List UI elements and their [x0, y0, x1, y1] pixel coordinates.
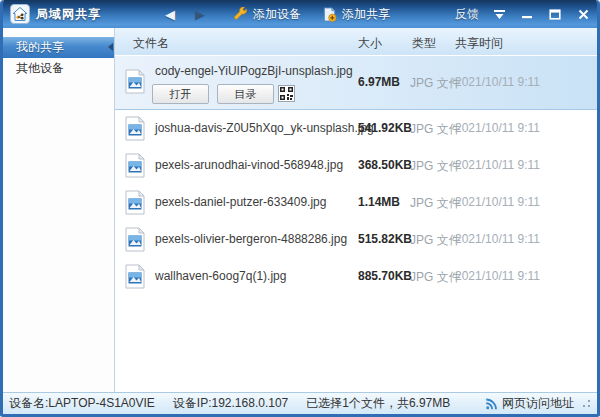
table-header: 文件名 大小 类型 共享时间 [115, 28, 597, 56]
file-name: pexels-arunodhai-vinod-568948.jpg [155, 158, 343, 172]
maximize-button[interactable] [547, 7, 563, 21]
titlebar: 局域网共享 ◀ ▶ 添加设备 添加共享 反馈 [3, 0, 597, 28]
file-type: JPG 文件 [410, 269, 461, 286]
selection-summary: 已选择1个文件，共6.97MB [306, 395, 450, 412]
image-file-icon [125, 116, 145, 141]
image-file-icon [125, 190, 145, 215]
device-ip: 设备IP:192.168.0.107 [173, 395, 288, 412]
selected-notch-icon [108, 43, 113, 51]
qr-code-icon [280, 87, 293, 100]
add-share-button[interactable]: 添加共享 [323, 6, 390, 23]
file-share-time: 2021/10/11 9:11 [455, 121, 540, 135]
app-window: 局域网共享 ◀ ▶ 添加设备 添加共享 反馈 [0, 0, 600, 417]
file-name: pexels-daniel-putzer-633409.jpg [155, 195, 326, 209]
file-name: pexels-olivier-bergeron-4888286.jpg [155, 232, 347, 246]
sidebar-item-my-shares[interactable]: 我的共享 [3, 37, 114, 58]
file-size: 6.97MB [358, 75, 400, 89]
wrench-icon [233, 7, 248, 21]
file-list-panel: 文件名 大小 类型 共享时间 cody-engel-YiUIPogzBjI-un… [115, 28, 597, 392]
file-type: JPG 文件 [410, 158, 461, 175]
table-row[interactable]: joshua-davis-Z0U5hXqo_yk-unsplash.jpg 54… [115, 110, 597, 147]
add-device-button[interactable]: 添加设备 [233, 6, 301, 23]
table-row[interactable]: pexels-daniel-putzer-633409.jpg 1.14MB J… [115, 184, 597, 221]
sidebar-item-label: 我的共享 [16, 40, 64, 54]
window-title: 局域网共享 [36, 6, 101, 23]
table-row-selected[interactable]: cody-engel-YiUIPogzBjI-unsplash.jpg 打开 目… [115, 56, 597, 110]
app-logo-icon [10, 4, 30, 24]
open-button[interactable]: 打开 [152, 84, 209, 104]
column-share-time[interactable]: 共享时间 [455, 35, 503, 52]
sidebar: 我的共享 其他设备 [3, 28, 115, 392]
minimize-button[interactable] [519, 7, 535, 21]
file-size: 885.70KB [358, 269, 412, 283]
web-access-link[interactable]: 网页访问地址 [485, 395, 574, 412]
table-row[interactable]: wallhaven-6oog7q(1).jpg 885.70KB JPG 文件 … [115, 258, 597, 295]
column-type[interactable]: 类型 [412, 35, 436, 52]
web-access-label: 网页访问地址 [502, 395, 574, 412]
main-menu-button[interactable] [491, 7, 507, 21]
file-name: wallhaven-6oog7q(1).jpg [155, 269, 286, 283]
device-name: 设备名:LAPTOP-4S1A0VIE [9, 395, 155, 412]
image-file-icon [125, 153, 145, 178]
file-size: 1.14MB [358, 195, 400, 209]
file-type: JPG 文件 [410, 75, 461, 92]
file-name: cody-engel-YiUIPogzBjI-unsplash.jpg [155, 64, 353, 78]
image-file-icon [125, 227, 145, 252]
file-size: 515.82KB [358, 232, 412, 246]
feedback-link[interactable]: 反馈 [455, 6, 479, 23]
file-size: 541.92KB [358, 121, 412, 135]
file-share-time: 2021/10/11 9:11 [455, 75, 540, 89]
nav-back-button[interactable]: ◀ [159, 7, 181, 22]
image-file-icon [125, 264, 145, 289]
sidebar-item-other-devices[interactable]: 其他设备 [3, 58, 114, 79]
column-filename[interactable]: 文件名 [133, 35, 169, 52]
file-share-time: 2021/10/11 9:11 [455, 195, 540, 209]
titlebar-right: 反馈 [455, 0, 591, 28]
file-size: 368.50KB [358, 158, 412, 172]
column-size[interactable]: 大小 [358, 35, 382, 52]
qr-code-button[interactable] [278, 85, 295, 102]
file-name: joshua-davis-Z0U5hXqo_yk-unsplash.jpg [155, 121, 374, 135]
add-file-icon [323, 7, 337, 22]
rss-icon [485, 398, 498, 410]
nav-forward-button: ▶ [189, 7, 211, 22]
content-area: 我的共享 其他设备 文件名 大小 类型 共享时间 [3, 28, 597, 392]
table-row[interactable]: pexels-olivier-bergeron-4888286.jpg 515.… [115, 221, 597, 258]
file-type: JPG 文件 [410, 232, 461, 249]
file-share-time: 2021/10/11 9:11 [455, 232, 540, 246]
statusbar: 设备名:LAPTOP-4S1A0VIE 设备IP:192.168.0.107 已… [3, 392, 597, 414]
file-type: JPG 文件 [410, 121, 461, 138]
add-device-label: 添加设备 [253, 6, 301, 23]
add-share-label: 添加共享 [342, 6, 390, 23]
table-row[interactable]: pexels-arunodhai-vinod-568948.jpg 368.50… [115, 147, 597, 184]
file-share-time: 2021/10/11 9:11 [455, 158, 540, 172]
resize-grip[interactable] [582, 399, 591, 408]
sidebar-item-label: 其他设备 [16, 61, 64, 75]
file-type: JPG 文件 [410, 195, 461, 212]
file-share-time: 2021/10/11 9:11 [455, 269, 540, 283]
directory-button[interactable]: 目录 [217, 84, 274, 104]
close-button[interactable] [575, 7, 591, 21]
image-file-icon [125, 69, 145, 94]
